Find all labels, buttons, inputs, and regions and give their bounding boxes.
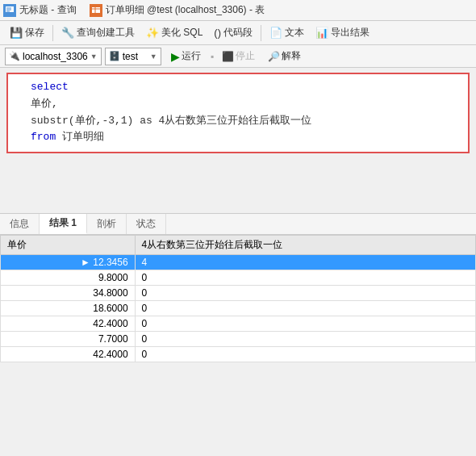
tab-profile[interactable]: 剖析 bbox=[87, 214, 127, 234]
beautify-button[interactable]: ✨ 美化 SQL bbox=[141, 23, 207, 43]
bottom-panel: 信息 结果 1 剖析 状态 单价 4从右数第三位开始往后截取一位 bbox=[0, 213, 476, 362]
cell-substr-result: 0 bbox=[135, 347, 475, 362]
stop-icon: ⬛ bbox=[222, 51, 234, 62]
sql-line-2: 单价, bbox=[13, 96, 463, 113]
separator-dot: ▪ bbox=[211, 51, 214, 62]
table-icon bbox=[90, 4, 102, 17]
run-button[interactable]: ▶ 运行 bbox=[165, 48, 207, 65]
connection-arrow-icon: ▼ bbox=[90, 52, 98, 61]
beautify-icon: ✨ bbox=[146, 27, 159, 39]
result-tabs: 信息 结果 1 剖析 状态 bbox=[0, 214, 476, 235]
cell-unit-price: ► 12.3456 bbox=[1, 255, 136, 270]
table-row[interactable]: 9.80000 bbox=[1, 270, 476, 286]
table-row[interactable]: 34.80000 bbox=[1, 286, 476, 301]
database-value: test bbox=[123, 51, 148, 62]
stop-button[interactable]: ⬛ 停止 bbox=[217, 48, 260, 65]
cell-substr-result: 0 bbox=[135, 332, 475, 347]
table-row[interactable]: ► 12.34564 bbox=[1, 255, 476, 270]
editor-area: select 单价, substr(单价,-3,1) as 4从右数第三位开始往… bbox=[0, 73, 476, 210]
run-icon: ▶ bbox=[171, 50, 180, 63]
tab-info[interactable]: 信息 bbox=[0, 214, 40, 234]
sql-from: from 订单明细 bbox=[31, 129, 104, 146]
table-row[interactable]: 42.40000 bbox=[1, 347, 476, 362]
left-title-text: 无标题 - 查询 bbox=[19, 3, 77, 17]
query-icon bbox=[3, 4, 16, 17]
save-button[interactable]: 💾 保存 bbox=[5, 23, 49, 43]
cell-unit-price: 42.4000 bbox=[1, 347, 136, 362]
left-title-section: 无标题 - 查询 bbox=[3, 3, 77, 17]
col-header-unit-price: 单价 bbox=[1, 236, 136, 255]
text-icon: 📄 bbox=[269, 27, 282, 39]
cell-substr-result: 0 bbox=[135, 316, 475, 332]
explain-icon: 🔎 bbox=[268, 51, 280, 62]
query-tool-button[interactable]: 🔧 查询创建工具 bbox=[56, 23, 140, 43]
table-row[interactable]: 42.40000 bbox=[1, 316, 476, 332]
connection-icon: 🔌 bbox=[9, 51, 20, 61]
cell-unit-price: 7.7000 bbox=[1, 332, 136, 347]
row-indicator: ► bbox=[81, 257, 93, 268]
table-row[interactable]: 7.70000 bbox=[1, 332, 476, 347]
cell-substr-result: 0 bbox=[135, 270, 475, 286]
result-table: 单价 4从右数第三位开始往后截取一位 ► 12.345649.8000034.8… bbox=[0, 235, 476, 362]
code-button[interactable]: () 代码段 bbox=[209, 23, 257, 43]
cell-unit-price: 34.8000 bbox=[1, 286, 136, 301]
sql-line-4: from 订单明细 bbox=[13, 129, 463, 146]
sql-substr: substr(单价,-3,1) as 4从右数第三位开始往后截取一位 bbox=[31, 113, 311, 130]
cell-substr-result: 0 bbox=[135, 301, 475, 316]
sql-column: 单价, bbox=[31, 96, 58, 113]
export-icon: 📊 bbox=[315, 27, 328, 39]
title-bar: 无标题 - 查询 订单明细 @test (localhost_3306) - 表 bbox=[0, 0, 476, 21]
query-tool-icon: 🔧 bbox=[61, 27, 74, 39]
toolbar: 💾 保存 🔧 查询创建工具 ✨ 美化 SQL () 代码段 📄 文本 📊 导出结… bbox=[0, 21, 476, 45]
cell-unit-price: 42.4000 bbox=[1, 316, 136, 332]
save-icon: 💾 bbox=[10, 27, 23, 39]
tab-result1[interactable]: 结果 1 bbox=[40, 214, 87, 234]
database-arrow-icon: ▼ bbox=[150, 52, 157, 61]
conn-bar: 🔌 localhost_3306 ▼ 🗄️ test ▼ ▶ 运行 ▪ ⬛ 停止… bbox=[0, 45, 476, 68]
cell-substr-result: 4 bbox=[135, 255, 475, 270]
database-select[interactable]: 🗄️ test ▼ bbox=[105, 48, 161, 65]
sql-line-1: select bbox=[13, 79, 463, 96]
toolbar-separator-1 bbox=[52, 25, 53, 41]
sql-select-keyword: select bbox=[31, 79, 69, 96]
connection-select[interactable]: 🔌 localhost_3306 ▼ bbox=[5, 48, 102, 65]
svg-rect-6 bbox=[92, 7, 100, 13]
cell-substr-result: 0 bbox=[135, 286, 475, 301]
result-table-container: 单价 4从右数第三位开始往后截取一位 ► 12.345649.8000034.8… bbox=[0, 235, 476, 362]
explain-button[interactable]: 🔎 解释 bbox=[263, 48, 306, 65]
right-title-section: 订单明细 @test (localhost_3306) - 表 bbox=[90, 3, 265, 17]
editor-spacer bbox=[0, 158, 476, 207]
col-header-substr: 4从右数第三位开始往后截取一位 bbox=[135, 236, 475, 255]
table-header-row: 单价 4从右数第三位开始往后截取一位 bbox=[1, 236, 476, 255]
export-button[interactable]: 📊 导出结果 bbox=[311, 23, 374, 43]
tab-status[interactable]: 状态 bbox=[127, 214, 166, 234]
text-button[interactable]: 📄 文本 bbox=[265, 23, 309, 43]
database-icon: 🗄️ bbox=[109, 51, 120, 61]
code-icon: () bbox=[214, 27, 221, 39]
cell-unit-price: 18.6000 bbox=[1, 301, 136, 316]
sql-editor[interactable]: select 单价, substr(单价,-3,1) as 4从右数第三位开始往… bbox=[6, 73, 470, 153]
sql-line-3: substr(单价,-3,1) as 4从右数第三位开始往后截取一位 bbox=[13, 113, 463, 130]
toolbar-separator-2 bbox=[261, 25, 261, 41]
cell-unit-price: 9.8000 bbox=[1, 270, 136, 286]
right-title-text: 订单明细 @test (localhost_3306) - 表 bbox=[106, 3, 265, 17]
connection-value: localhost_3306 bbox=[23, 51, 88, 62]
table-row[interactable]: 18.60000 bbox=[1, 301, 476, 316]
